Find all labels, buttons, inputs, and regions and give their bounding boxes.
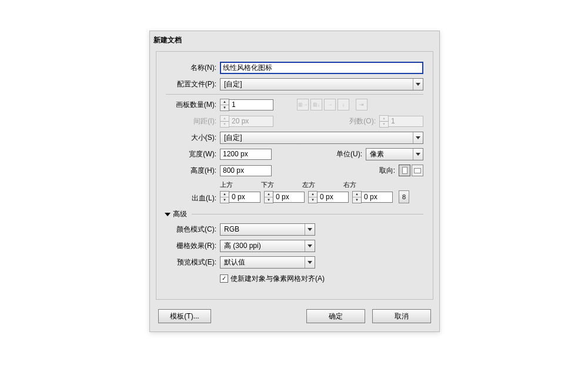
align-pixel-grid-checkbox[interactable]: ✓ 使新建对象与像素网格对齐(A) <box>220 274 325 284</box>
raster-label: 栅格效果(R): <box>166 241 220 251</box>
down-icon[interactable]: ▼ <box>220 105 229 110</box>
width-label: 宽度(W): <box>166 149 220 159</box>
orientation-label: 取向: <box>366 166 399 176</box>
size-select[interactable]: [自定] <box>220 132 423 144</box>
width-input[interactable] <box>220 149 272 160</box>
artboards-label: 画板数量(M): <box>166 100 220 110</box>
grid-by-col-icon: ⊞↓ <box>310 99 322 110</box>
height-label: 高度(H): <box>166 166 220 176</box>
artboards-input[interactable] <box>229 99 273 110</box>
checkmark-icon: ✓ <box>220 274 228 283</box>
new-document-dialog: 新建文档 名称(N): 配置文件(P): [自定] 画板数量(M): ▲▼ ⊞→ <box>149 31 440 332</box>
advanced-toggle[interactable]: 高级 <box>166 209 423 219</box>
rtl-icon: ⇥ <box>356 99 368 110</box>
spacing-stepper: ▲▼ <box>220 115 273 128</box>
preview-label: 预览模式(E): <box>166 257 220 267</box>
grid-by-row-icon: ⊞→ <box>297 99 309 110</box>
chevron-down-icon <box>413 149 423 160</box>
raster-select[interactable]: 高 (300 ppi) <box>220 240 315 252</box>
bleed-label: 出血(L): <box>166 193 220 203</box>
profile-select[interactable]: [自定] <box>220 78 423 91</box>
arrange-right-icon: → <box>324 99 336 110</box>
orientation-toggle[interactable] <box>399 165 423 176</box>
bleed-top-label: 上方 <box>220 180 261 189</box>
chevron-down-icon <box>413 132 423 143</box>
artboards-stepper[interactable]: ▲▼ <box>220 99 273 111</box>
colormode-select[interactable]: RGB <box>220 223 315 236</box>
chevron-down-icon <box>305 224 315 235</box>
button-bar: 模板(T)... 确定 取消 <box>150 304 439 331</box>
chevron-down-icon <box>305 240 315 252</box>
chevron-down-icon <box>305 257 315 268</box>
separator <box>166 94 423 95</box>
unit-label: 单位(U): <box>327 149 366 159</box>
columns-label: 列数(O): <box>340 116 379 126</box>
spacing-label: 间距(I): <box>166 116 220 126</box>
template-button[interactable]: 模板(T)... <box>158 309 211 323</box>
dialog-body: 名称(N): 配置文件(P): [自定] 画板数量(M): ▲▼ ⊞→ ⊞↓ →… <box>156 51 433 300</box>
portrait-icon[interactable] <box>399 165 410 176</box>
name-input[interactable] <box>220 62 423 74</box>
chevron-down-icon <box>413 79 423 90</box>
bleed-right-stepper[interactable]: ▲▼ <box>352 190 393 203</box>
colormode-label: 颜色模式(C): <box>166 224 220 234</box>
bleed-right-label: 右方 <box>343 180 385 189</box>
bleed-bottom-label: 下方 <box>261 180 302 189</box>
ok-button[interactable]: 确定 <box>306 309 365 323</box>
arrange-down-icon: ↓ <box>338 99 349 110</box>
unit-select[interactable]: 像素 <box>366 148 423 160</box>
preview-select[interactable]: 默认值 <box>220 256 315 269</box>
bleed-top-stepper[interactable]: ▲▼ <box>220 190 260 203</box>
columns-stepper: ▲▼ <box>379 115 423 128</box>
dialog-title: 新建文档 <box>150 31 439 45</box>
profile-label: 配置文件(P): <box>166 79 220 89</box>
spacing-input <box>229 116 273 127</box>
landscape-icon[interactable] <box>412 165 423 176</box>
bleed-left-label: 左方 <box>302 180 343 189</box>
link-icon[interactable]: 8 <box>399 190 409 203</box>
size-label: 大小(S): <box>166 133 220 143</box>
name-label: 名称(N): <box>166 63 220 73</box>
bleed-left-stepper[interactable]: ▲▼ <box>308 190 349 203</box>
bleed-bottom-stepper[interactable]: ▲▼ <box>264 190 305 203</box>
columns-input <box>388 116 423 127</box>
triangle-down-icon <box>165 213 171 216</box>
up-icon[interactable]: ▲ <box>220 99 229 105</box>
height-input[interactable] <box>220 165 272 176</box>
cancel-button[interactable]: 取消 <box>372 309 431 323</box>
